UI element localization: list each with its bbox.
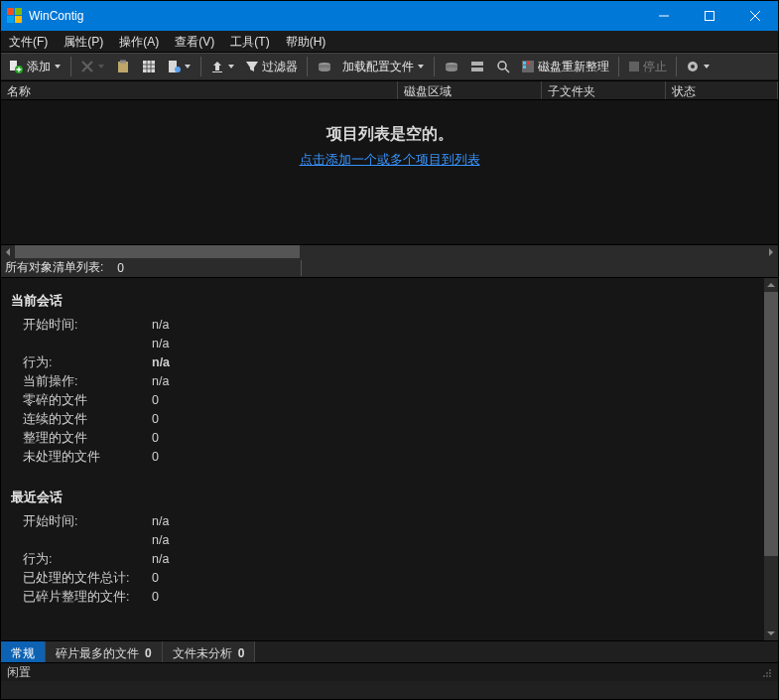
vertical-scrollbar[interactable] [764,278,778,640]
detail-panel: 当前会话开始时间:n/an/a行为:n/a当前操作:n/a零碎的文件0连续的文件… [1,278,778,640]
scroll-thumb[interactable] [764,292,778,556]
status-text: 闲置 [7,664,31,681]
detail-key: 已处理的文件总计: [23,570,152,587]
detail-key: 未处理的文件 [23,449,152,466]
svg-point-36 [769,672,771,674]
title-bar: WinContig [1,1,778,31]
svg-rect-2 [7,16,14,23]
svg-rect-11 [118,62,128,72]
scroll-thumb[interactable] [15,245,300,258]
export-up-button[interactable] [207,56,238,77]
scroll-up-icon[interactable] [764,278,778,292]
add-button[interactable]: 添加 [5,56,65,77]
detail-key: 开始时间: [23,317,152,334]
settings-button[interactable] [683,56,714,77]
grid-button[interactable] [138,56,160,77]
menu-tools[interactable]: 工具(T) [222,31,277,52]
summary-bar: 所有对象清单列表: 0 [1,258,778,278]
detail-value: 0 [152,589,159,606]
item-list: 项目列表是空的。 点击添加一个或多个项目到列表 [1,100,778,244]
column-status[interactable]: 状态 [666,81,778,99]
bottom-tabs: 常规 碎片最多的文件 0 文件未分析 0 [1,640,778,662]
chevron-down-icon [54,65,62,69]
detail-value: 0 [152,449,159,466]
chevron-down-icon [184,65,192,69]
scroll-right-icon[interactable] [764,245,778,258]
svg-point-38 [766,672,768,674]
detail-row: 开始时间:n/a [5,316,762,335]
menu-actions[interactable]: 操作(A) [111,31,167,52]
summary-count: 0 [117,261,124,275]
tab-most-fragmented[interactable]: 碎片最多的文件 0 [46,641,163,662]
horizontal-scrollbar[interactable] [1,244,778,258]
filter-label: 过滤器 [262,59,298,75]
svg-line-26 [505,69,509,72]
menu-file[interactable]: 文件(F) [1,31,56,52]
detail-key: 零碎的文件 [23,392,152,409]
window-title: WinContig [29,9,641,23]
defrag-icon [521,60,535,73]
column-name[interactable]: 名称 [1,81,398,99]
column-disk-area[interactable]: 磁盘区域 [398,81,542,99]
svg-point-25 [498,62,506,70]
column-subfolders[interactable]: 子文件夹 [542,81,666,99]
detail-row: 整理的文件0 [5,429,762,448]
tab-general[interactable]: 常规 [1,641,46,662]
detail-key: 开始时间: [23,513,152,530]
add-label: 添加 [27,59,51,75]
disk2-button[interactable] [441,56,462,77]
search-icon [496,60,510,73]
detail-row: n/a [5,335,762,353]
scroll-down-icon[interactable] [764,627,778,640]
tab-unanalyzed[interactable]: 文件未分析 0 [163,641,256,662]
arrow-up-icon [210,60,224,73]
resize-grip-icon[interactable] [760,666,772,678]
add-items-link[interactable]: 点击添加一个或多个项目到列表 [300,151,480,169]
svg-point-39 [769,669,771,671]
detail-key [23,336,152,352]
menu-bar: 文件(F) 属性(P) 操作(A) 查看(V) 工具(T) 帮助(H) [1,31,778,53]
server-button[interactable] [466,56,488,77]
detail-row: 已碎片整理的文件:0 [5,588,762,607]
remove-icon [80,60,94,73]
detail-key: 行为: [23,551,152,568]
disk-defrag-button[interactable]: 磁盘重新整理 [518,56,612,77]
close-button[interactable] [732,1,778,31]
tab-label: 常规 [11,645,35,662]
toolbar: 添加 过滤器 加载配置文件 磁盘重新整理 [1,53,778,80]
svg-rect-12 [120,61,126,64]
detail-value: n/a [152,513,169,530]
grid-icon [142,60,156,73]
menu-help[interactable]: 帮助(H) [278,31,334,52]
detail-row: 已处理的文件总计:0 [5,569,762,588]
search-button[interactable] [492,56,514,77]
svg-point-34 [769,675,771,677]
remove-button[interactable] [77,56,108,77]
scroll-left-icon[interactable] [1,245,15,258]
svg-rect-29 [527,62,530,65]
scroll-track[interactable] [15,245,764,258]
detail-key: 行为: [23,354,152,371]
disk-icon [317,60,332,73]
stop-label: 停止 [643,59,667,75]
detail-key: 当前操作: [23,373,152,390]
properties-button[interactable] [164,56,195,77]
minimize-button[interactable] [641,1,687,31]
tab-label: 碎片最多的文件 [56,645,139,662]
load-profile-button[interactable]: 加载配置文件 [339,56,428,77]
detail-value: n/a [152,317,169,334]
disk-button[interactable] [314,56,335,77]
tab-count: 0 [238,646,245,660]
maximize-button[interactable] [687,1,732,31]
detail-key [23,532,152,549]
chevron-down-icon [703,65,711,69]
add-icon [8,59,24,74]
svg-rect-23 [471,62,483,66]
detail-value: 0 [152,392,159,409]
stop-button[interactable]: 停止 [625,56,670,77]
menu-view[interactable]: 查看(V) [167,31,222,52]
menu-properties[interactable]: 属性(P) [56,31,111,52]
filter-button[interactable]: 过滤器 [242,56,301,77]
disk-defrag-label: 磁盘重新整理 [538,59,609,75]
clipboard-button[interactable] [112,56,134,77]
